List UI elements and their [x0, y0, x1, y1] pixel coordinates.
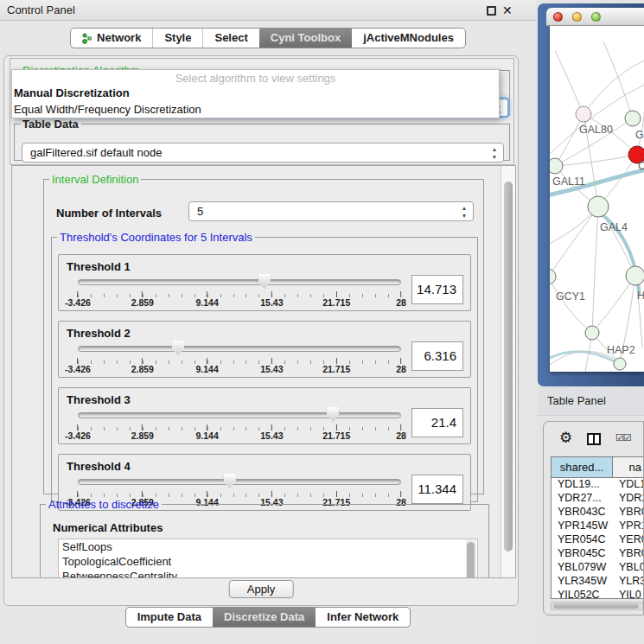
- float-panel-icon[interactable]: [487, 6, 496, 16]
- slider-track[interactable]: [78, 279, 401, 285]
- node-ga[interactable]: [625, 111, 641, 126]
- num-intervals-combobox[interactable]: 5 ▲▼: [188, 201, 474, 221]
- threshold-3-value-field[interactable]: 21.4: [411, 408, 463, 437]
- cell[interactable]: YDR2: [613, 492, 643, 506]
- tab-select[interactable]: Select: [202, 29, 258, 48]
- gear-icon[interactable]: ⚙: [559, 429, 572, 447]
- horizontal-scrollbar[interactable]: [551, 602, 643, 610]
- tab-cyni-toolbox[interactable]: Cyni Toolbox: [259, 29, 352, 48]
- apply-button[interactable]: Apply: [229, 580, 294, 598]
- table-row[interactable]: YIL052CYIL0: [552, 589, 643, 599]
- columns-icon[interactable]: [587, 433, 601, 445]
- tick-label: 2.859: [131, 291, 154, 308]
- cell[interactable]: YBR0: [613, 547, 643, 561]
- node-attribute-table[interactable]: shared... na YDL19...YDL1 YDR27...YDR2 Y…: [551, 456, 643, 599]
- dropdown-placeholder-option[interactable]: Select algorithm to view settings: [12, 70, 499, 85]
- node-gal11[interactable]: [550, 158, 563, 174]
- slider-ticks: [78, 427, 401, 430]
- list-item[interactable]: SelfLoops: [59, 539, 477, 554]
- node-gcy1[interactable]: [550, 269, 556, 284]
- dropdown-option-manual[interactable]: Manual Discretization: [12, 85, 499, 101]
- node-partial[interactable]: [614, 358, 626, 370]
- cell[interactable]: YIL0: [613, 589, 643, 599]
- cell[interactable]: YBR045C: [552, 547, 613, 561]
- cell[interactable]: YIL052C: [552, 589, 613, 599]
- attributes-listbox[interactable]: SelfLoops TopologicalCoefficient Between…: [58, 539, 478, 578]
- tick-label: 15.43: [260, 358, 283, 374]
- threshold-1-slider[interactable]: -3.426 2.859 9.144 15.43 21.715 28: [78, 273, 401, 309]
- threshold-2-slider[interactable]: -3.426 2.859 9.144 15.43 21.715 28: [78, 340, 401, 376]
- threshold-2-panel: Threshold 2 -3.426 2.859 9.144 15.43 21.: [58, 321, 471, 378]
- minimize-traffic-light-icon[interactable]: [572, 12, 582, 22]
- table-data-combobox[interactable]: galFiltered.sif default node ▲▼: [22, 143, 504, 163]
- table-row[interactable]: YER054CYER0: [552, 533, 643, 547]
- scrollbar-thumb[interactable]: [504, 182, 513, 552]
- tab-discretize-data[interactable]: Discretize Data: [213, 608, 316, 627]
- network-canvas[interactable]: GAL80 GA C GAL11 GAL4 GCY1 H HAP2: [550, 26, 644, 372]
- slider-thumb[interactable]: [327, 407, 340, 422]
- cell[interactable]: YLR345W: [552, 575, 613, 589]
- slider-track[interactable]: [78, 479, 401, 485]
- node-label: GA: [635, 129, 644, 141]
- node-h[interactable]: [626, 266, 644, 285]
- list-item[interactable]: BetweennessCentrality: [59, 569, 477, 578]
- node-gal4[interactable]: [588, 196, 609, 217]
- slider-ticks: [78, 494, 401, 497]
- zoom-traffic-light-icon[interactable]: [591, 12, 601, 22]
- dropdown-option-equal-width[interactable]: Equal Width/Frequency Discretization: [12, 101, 499, 118]
- tick-label: 15.43: [260, 424, 283, 441]
- cell[interactable]: YDR27...: [552, 492, 613, 506]
- scrollbar-thumb[interactable]: [553, 603, 639, 609]
- node-gal80[interactable]: [576, 106, 591, 122]
- list-item[interactable]: TopologicalCoefficient: [59, 554, 477, 569]
- threshold-3-slider[interactable]: -3.426 2.859 9.144 15.43 21.715 28: [78, 406, 401, 443]
- slider-track[interactable]: [78, 346, 401, 352]
- tab-label: Network: [97, 29, 141, 48]
- tab-infer-network[interactable]: Infer Network: [316, 608, 410, 627]
- cell[interactable]: YPR145W: [552, 520, 613, 533]
- cell[interactable]: YLR3: [613, 575, 643, 589]
- table-data-legend: Table Data: [20, 118, 81, 131]
- cell[interactable]: YPR1: [613, 520, 643, 533]
- top-tab-bar: Network Style Select Cyni Toolbox jActiv…: [0, 28, 536, 48]
- slider-thumb[interactable]: [223, 474, 236, 488]
- column-header-name[interactable]: na: [613, 457, 643, 477]
- tab-jactivemnodules[interactable]: jActiveMNodules: [352, 29, 465, 48]
- close-traffic-light-icon[interactable]: [553, 12, 563, 22]
- column-header-shared-name[interactable]: shared...: [552, 457, 613, 477]
- network-window-titlebar[interactable]: [546, 8, 644, 26]
- tab-style[interactable]: Style: [152, 29, 202, 48]
- tab-network[interactable]: Network: [71, 29, 152, 48]
- cell[interactable]: YER0: [613, 533, 643, 547]
- cell[interactable]: YBR0: [613, 506, 643, 520]
- scrollbar-thumb[interactable]: [467, 542, 475, 578]
- slider-thumb[interactable]: [258, 274, 271, 289]
- table-row[interactable]: YBR045CYBR0: [552, 547, 643, 561]
- threshold-1-value-field[interactable]: 14.713: [411, 275, 463, 304]
- control-panel: Control Panel ✕ Network Style Select: [0, 0, 536, 644]
- threshold-2-value-field[interactable]: 6.316: [411, 341, 463, 371]
- cell[interactable]: YER054C: [552, 533, 613, 547]
- vertical-scrollbar[interactable]: [501, 166, 515, 577]
- table-panel-titlebar: Table Panel: [538, 386, 644, 416]
- table-row[interactable]: YBL079WYBL0: [552, 561, 643, 575]
- table-row[interactable]: YPR145WYPR1: [552, 520, 643, 533]
- table-row[interactable]: YDL19...YDL1: [552, 478, 643, 492]
- select-columns-checkboxes-icon[interactable]: ☑☑: [615, 432, 631, 443]
- close-panel-icon[interactable]: ✕: [502, 3, 513, 18]
- slider-thumb[interactable]: [171, 341, 184, 355]
- node-hap2[interactable]: [585, 326, 599, 340]
- cell[interactable]: YBL0: [613, 561, 643, 575]
- slider-track[interactable]: [78, 412, 401, 418]
- list-scrollbar[interactable]: [466, 540, 476, 578]
- table-row[interactable]: YBR043CYBR0: [552, 506, 643, 520]
- tab-impute-data[interactable]: Impute Data: [126, 608, 213, 627]
- table-header-row: shared... na: [552, 457, 643, 478]
- cell[interactable]: YBL079W: [552, 561, 613, 575]
- cell[interactable]: YDL19...: [552, 478, 613, 492]
- table-row[interactable]: YLR345WYLR3: [552, 575, 643, 589]
- cell[interactable]: YDL1: [613, 478, 643, 492]
- cell[interactable]: YBR043C: [552, 506, 613, 520]
- num-intervals-label: Number of Intervals: [56, 207, 162, 220]
- table-row[interactable]: YDR27...YDR2: [552, 492, 643, 506]
